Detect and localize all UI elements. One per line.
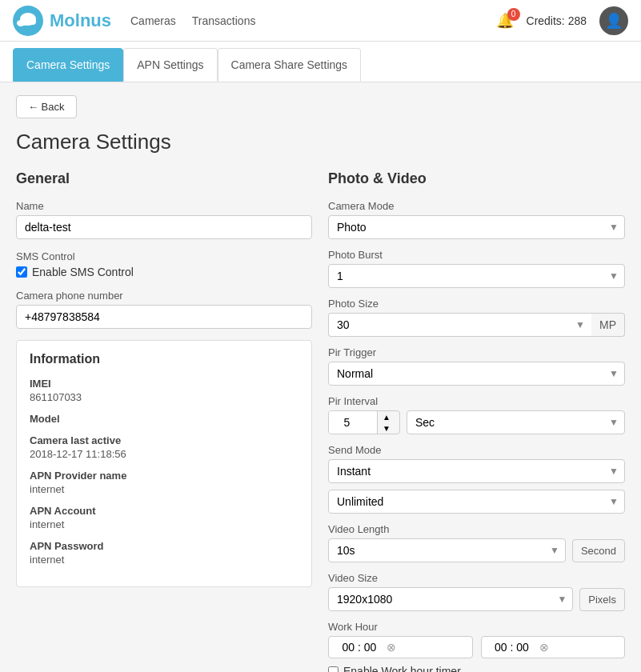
photo-video-section-title: Photo & Video	[328, 170, 625, 187]
work-hour-to-clear-icon[interactable]: ⊗	[539, 641, 549, 654]
sms-enable-checkbox[interactable]	[16, 266, 27, 278]
work-hour-from-input[interactable]	[335, 641, 383, 654]
name-label: Name	[16, 200, 312, 212]
enable-work-hour-row: Enable Work hour timer	[328, 665, 625, 672]
tab-camera-settings[interactable]: Camera Settings	[13, 48, 123, 82]
video-size-select[interactable]: 1920x10801280x720640x480	[328, 587, 573, 611]
enable-work-hour-checkbox[interactable]	[328, 666, 339, 673]
tab-apn-settings[interactable]: APN Settings	[123, 48, 217, 82]
send-mode-select[interactable]: InstantScheduled	[328, 459, 625, 483]
back-button-top[interactable]: ← Back	[16, 95, 77, 118]
info-last-active-value: 2018-12-17 11:18:56	[30, 448, 298, 460]
info-imei-label: IMEI	[30, 378, 298, 390]
phone-label: Camera phone number	[16, 290, 312, 302]
photo-size-label: Photo Size	[328, 298, 625, 310]
notification-bell[interactable]: 🔔 0	[496, 12, 514, 30]
photo-size-select-wrapper: 302015105 ▼	[328, 313, 591, 337]
info-last-active-label: Camera last active	[30, 434, 298, 446]
photo-burst-select[interactable]: 12345	[328, 264, 625, 288]
nav-transactions[interactable]: Transactions	[192, 14, 256, 27]
info-apn-provider: APN Provider name internet	[30, 470, 298, 495]
two-col-layout: General Name SMS Control Enable SMS Cont…	[16, 170, 625, 672]
spinner-btns: ▲ ▼	[377, 411, 395, 434]
nav-cameras[interactable]: Cameras	[130, 14, 176, 27]
photo-burst-label: Photo Burst	[328, 249, 625, 261]
pir-interval-unit-select[interactable]: SecMin	[407, 410, 625, 434]
info-apn-password-label: APN Password	[30, 540, 298, 552]
sms-enable-group: Enable SMS Control	[16, 266, 312, 278]
logo: Molnus	[13, 6, 111, 36]
page-title: Camera Settings	[16, 130, 625, 154]
info-model: Model	[30, 413, 298, 425]
info-last-active: Camera last active 2018-12-17 11:18:56	[30, 434, 298, 460]
info-apn-account-label: APN Account	[30, 505, 298, 517]
general-section-title: General	[16, 170, 312, 187]
photo-size-row: 302015105 ▼ MP	[328, 313, 625, 337]
send-mode-sub-select[interactable]: Unlimited102050	[328, 490, 625, 514]
work-hour-from-clear-icon[interactable]: ⊗	[387, 641, 396, 654]
work-hour-row: ⊗ ⊗	[328, 636, 625, 658]
logo-text: Molnus	[50, 10, 111, 31]
video-length-row: 10s20s30s60s ▼ Second	[328, 538, 625, 562]
camera-mode-group: Camera Mode Photo Video Photo + Video ▼	[328, 200, 625, 239]
info-box-title: Information	[30, 352, 298, 366]
info-box: Information IMEI 861107033 Model Camera …	[16, 340, 312, 587]
tabs-bar: Camera Settings APN Settings Camera Shar…	[0, 42, 641, 82]
video-length-select[interactable]: 10s20s30s60s	[328, 538, 566, 562]
pir-interval-label: Pir Interval	[328, 395, 625, 407]
camera-mode-label: Camera Mode	[328, 200, 625, 212]
pir-trigger-select[interactable]: NormalLowHigh	[328, 362, 625, 386]
info-apn-account: APN Account internet	[30, 505, 298, 530]
info-apn-account-value: internet	[30, 518, 298, 530]
tab-camera-share-settings[interactable]: Camera Share Settings	[218, 48, 362, 82]
send-mode-select-wrapper: InstantScheduled ▼	[328, 459, 625, 483]
photo-burst-group: Photo Burst 12345 ▼	[328, 249, 625, 288]
pir-interval-spinner: ▲ ▼	[328, 410, 400, 434]
info-imei: IMEI 861107033	[30, 378, 298, 403]
work-hour-from-wrapper: ⊗	[328, 636, 473, 658]
pir-trigger-group: Pir Trigger NormalLowHigh ▼	[328, 346, 625, 386]
photo-size-select[interactable]: 302015105	[328, 313, 591, 337]
logo-icon	[13, 6, 43, 36]
pir-trigger-label: Pir Trigger	[328, 346, 625, 358]
video-size-select-wrapper: 1920x10801280x720640x480 ▼	[328, 587, 573, 611]
video-size-unit: Pixels	[579, 588, 625, 611]
info-apn-password-value: internet	[30, 554, 298, 566]
camera-mode-select[interactable]: Photo Video Photo + Video	[328, 215, 625, 239]
col-left: General Name SMS Control Enable SMS Cont…	[16, 170, 312, 672]
send-mode-sub-select-wrapper: Unlimited102050 ▼	[328, 490, 625, 514]
video-size-label: Video Size	[328, 572, 625, 584]
content: ← Back Camera Settings General Name SMS …	[0, 82, 641, 672]
user-avatar[interactable]: 👤	[599, 6, 628, 35]
sms-control-group: SMS Control Enable SMS Control	[16, 250, 312, 278]
pir-interval-unit-wrapper: SecMin ▼	[407, 410, 625, 434]
spinner-up-btn[interactable]: ▲	[378, 411, 395, 422]
pir-interval-row: ▲ ▼ SecMin ▼	[328, 410, 625, 434]
pir-interval-input[interactable]	[329, 411, 377, 434]
video-size-row: 1920x10801280x720640x480 ▼ Pixels	[328, 587, 625, 611]
credits-text: Credits: 288	[527, 14, 587, 27]
phone-group: Camera phone number	[16, 290, 312, 329]
video-length-select-wrapper: 10s20s30s60s ▼	[328, 538, 566, 562]
video-length-unit: Second	[572, 539, 625, 562]
info-apn-provider-value: internet	[30, 483, 298, 495]
name-group: Name	[16, 200, 312, 239]
phone-input[interactable]	[16, 305, 312, 329]
svg-point-4	[17, 20, 25, 26]
photo-burst-select-wrapper: 12345 ▼	[328, 264, 625, 288]
work-hour-group: Work Hour ⊗ ⊗ Enable Work hour timer	[328, 621, 625, 672]
work-hour-to-input[interactable]	[488, 641, 536, 654]
pir-interval-group: Pir Interval ▲ ▼ SecMin ▼	[328, 395, 625, 434]
header-right: 🔔 0 Credits: 288 👤	[496, 6, 628, 35]
send-mode-label: Send Mode	[328, 444, 625, 456]
photo-size-unit: MP	[591, 313, 625, 337]
info-apn-provider-label: APN Provider name	[30, 470, 298, 482]
spinner-down-btn[interactable]: ▼	[378, 422, 395, 434]
enable-work-hour-label: Enable Work hour timer	[343, 665, 461, 672]
header: Molnus Cameras Transactions 🔔 0 Credits:…	[0, 0, 641, 42]
video-length-label: Video Length	[328, 523, 625, 535]
work-hour-label: Work Hour	[328, 621, 625, 633]
pir-trigger-select-wrapper: NormalLowHigh ▼	[328, 362, 625, 386]
video-size-group: Video Size 1920x10801280x720640x480 ▼ Pi…	[328, 572, 625, 611]
name-input[interactable]	[16, 215, 312, 239]
